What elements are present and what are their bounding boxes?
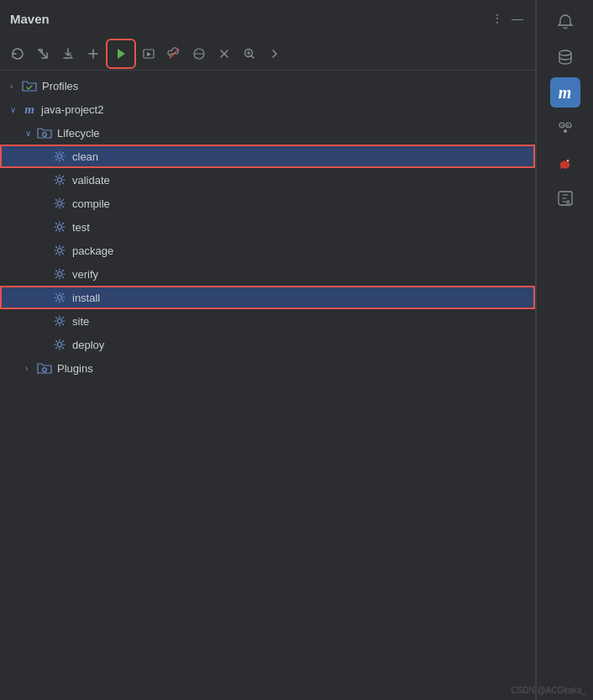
tree-item-java-project2[interactable]: ∨ m java-project2 [0,97,535,121]
right-sidebar: m A [536,0,593,700]
refresh-button[interactable] [7,43,29,65]
download-button[interactable] [57,43,79,65]
gear-clean-icon [52,149,67,164]
tree-item-lifecycle[interactable]: ∨ Lifecycle [0,121,535,145]
add-button[interactable] [82,43,104,65]
minimize-icon[interactable]: — [510,10,525,27]
maven-icon: m [22,102,37,117]
svg-point-14 [58,343,62,347]
tree-item-plugins[interactable]: › Plugins [0,356,535,380]
svg-point-21 [567,125,569,127]
folder-gear-plugins-icon [37,361,52,376]
verify-label: verify [72,268,98,281]
tree-item-compile[interactable]: compile [0,192,535,215]
cancel-button[interactable] [188,43,210,65]
gear-compile-icon [52,196,67,211]
lifecycle-label: Lifecycle [57,127,100,139]
gear-test-icon [52,219,67,234]
database-icon[interactable] [550,42,580,72]
svg-marker-0 [118,49,125,59]
folder-gear-lifecycle-icon [37,125,52,140]
reimport-button[interactable] [32,43,54,65]
svg-point-9 [58,225,62,229]
svg-point-13 [58,319,62,324]
gear-site-icon [52,313,67,329]
tree-item-validate[interactable]: validate [0,168,535,192]
header-actions: ⋮ — [490,10,525,27]
arrow-plugins: › [25,364,37,373]
tree-item-verify[interactable]: verify [0,262,535,286]
toolbar [0,37,535,71]
more-button[interactable] [264,43,286,65]
arrow-java-project2: ∨ [10,105,22,114]
more-options-icon[interactable]: ⋮ [490,10,505,27]
gear-install-icon [52,290,67,305]
svg-point-10 [58,249,62,253]
gear-deploy-icon [52,337,67,352]
compile-label: compile [72,197,110,210]
tree-item-profiles[interactable]: › Profiles [0,74,535,97]
tree-item-install[interactable]: install [0,286,535,309]
tree-item-clean[interactable]: clean [0,145,535,168]
svg-point-11 [58,272,62,276]
install-label: install [72,292,100,304]
tree-item-package[interactable]: package [0,239,535,262]
svg-point-19 [564,129,567,133]
svg-point-22 [567,160,569,161]
close-button[interactable] [213,43,235,65]
site-label: site [72,315,89,328]
deploy-label: deploy [72,339,104,351]
java-project2-label: java-project2 [41,103,103,116]
watermark: CSDN @ACGkaka_ [511,686,586,695]
run-config-button[interactable] [138,43,160,65]
plugins-label: Plugins [57,362,93,375]
skip-tests-button[interactable] [163,43,185,65]
search-button[interactable] [239,43,260,65]
svg-marker-2 [147,52,151,56]
svg-point-12 [58,296,62,300]
arrow-lifecycle: ∨ [25,129,37,138]
validate-label: validate [72,174,110,187]
folder-profiles-icon [22,78,37,93]
copilot-icon[interactable] [550,113,580,143]
svg-text:A: A [566,199,570,205]
package-label: package [72,245,113,257]
svg-point-6 [58,155,62,159]
tree-item-test[interactable]: test [0,215,535,239]
tree-item-site[interactable]: site [0,309,535,333]
panel-title: Maven [10,12,50,26]
maven-m-letter: m [559,83,572,103]
test-label: test [72,221,90,234]
bird-icon[interactable] [550,148,580,178]
maven-tree: › Profiles ∨ m java-project2 ∨ [0,71,535,700]
svg-point-16 [559,50,571,55]
gear-validate-icon [52,172,67,187]
notification-icon[interactable] [550,7,580,37]
arrow-profiles: › [10,82,22,91]
tree-item-deploy[interactable]: deploy [0,333,535,356]
translator-icon[interactable]: A [550,183,580,213]
clean-label: clean [72,150,98,163]
run-button[interactable] [108,40,134,67]
svg-point-20 [561,125,563,127]
profiles-label: Profiles [42,80,78,92]
svg-point-8 [58,202,62,206]
svg-point-7 [58,178,62,182]
maven-sidebar-icon[interactable]: m [550,77,580,108]
gear-package-icon [52,243,67,258]
gear-verify-icon [52,266,67,282]
panel-header: Maven ⋮ — [0,0,535,37]
